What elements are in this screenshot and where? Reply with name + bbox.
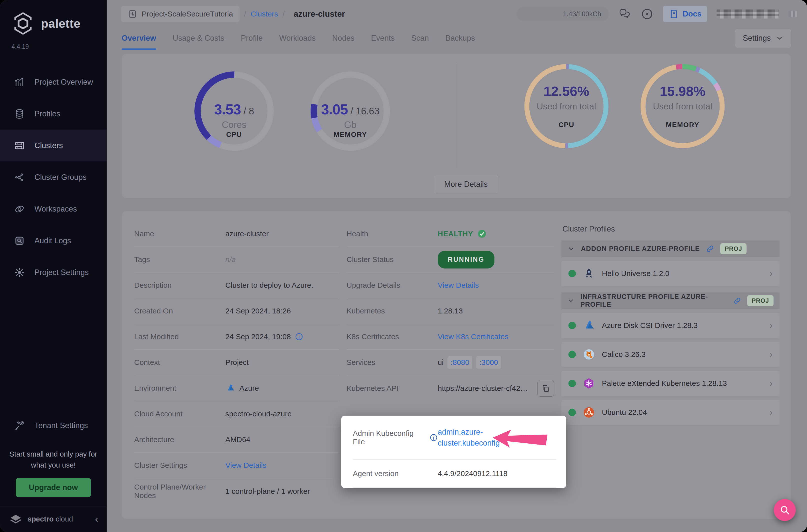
link-icon xyxy=(706,245,714,253)
cluster-status-badge: RUNNING xyxy=(438,251,494,268)
sidebar-collapse-icon[interactable]: ‹ xyxy=(95,514,98,524)
tab-scan[interactable]: Scan xyxy=(411,24,429,52)
tab-workloads[interactable]: Workloads xyxy=(279,24,316,52)
gauge-label: MEMORY xyxy=(334,131,367,139)
sidebar-item-label: Audit Logs xyxy=(35,236,71,245)
status-dot xyxy=(568,322,576,329)
user-name-redacted[interactable] xyxy=(716,10,779,18)
detail-label: Services xyxy=(346,358,438,367)
user-menu-redacted[interactable] xyxy=(789,11,797,17)
spectro-cloud-logo-icon xyxy=(8,512,23,527)
admin-kubeconfig-label: Admin Kubeconfig File xyxy=(353,429,426,446)
gauge-value: 3.53 / 8 xyxy=(214,101,254,118)
tab-usage-costs[interactable]: Usage & Costs xyxy=(173,24,224,52)
docs-button[interactable]: Docs xyxy=(663,6,707,22)
detail-value: azure-cluster xyxy=(225,230,268,238)
detail-row-upgrade-details: Upgrade DetailsView Details xyxy=(346,272,554,298)
detail-label: Description xyxy=(134,281,225,289)
detail-label: Environment xyxy=(134,384,225,392)
profile-layer-ubuntu-22-04[interactable]: Ubuntu 22.04 › xyxy=(561,400,780,425)
upgrade-details-link[interactable]: View Details xyxy=(438,281,479,289)
top-bar: Project-ScaleSecureTutoria / Clusters / … xyxy=(107,0,807,24)
sidebar-item-project-settings[interactable]: Project Settings xyxy=(0,256,107,288)
settings-label: Settings xyxy=(743,34,771,43)
sidebar-item-project-overview[interactable]: Project Overview xyxy=(0,66,107,98)
upgrade-now-button[interactable]: Upgrade now xyxy=(16,478,91,497)
info-icon[interactable] xyxy=(295,332,303,341)
profile-section-addon-profile-azure-profile[interactable]: ADDON PROFILE AZURE-PROFILEPROJ xyxy=(561,241,780,257)
sidebar-item-label: Workspaces xyxy=(35,205,77,213)
more-details-button[interactable]: More Details xyxy=(434,176,498,193)
donut-label: CPU xyxy=(558,121,575,129)
sidebar-item-clusters[interactable]: Clusters xyxy=(0,130,107,162)
sidebar-item-label: Clusters xyxy=(35,141,63,150)
profile-section-infrastructure-profile-azure-profile[interactable]: INFRASTRUCTURE PROFILE AZURE-PROFILEPROJ xyxy=(561,292,780,309)
sidebar-item-tenant-settings[interactable]: Tenant Settings xyxy=(0,410,107,441)
profile-layer-hello-universe-1-2-0[interactable]: Hello Universe 1.2.0 › xyxy=(561,261,780,286)
donut-percent: 15.98% xyxy=(660,83,705,99)
k8s-certificates-link[interactable]: View K8s Certificates xyxy=(438,332,508,341)
spotlight-search-fab[interactable] xyxy=(774,499,796,521)
scope-badge: PROJ xyxy=(747,295,773,306)
service-port-link[interactable]: :3000 xyxy=(476,356,501,369)
link-icon xyxy=(733,297,741,305)
cluster-tabs: OverviewUsage & CostsProfileWorkloadsNod… xyxy=(122,24,475,52)
sidebar-item-profiles[interactable]: Profiles xyxy=(0,98,107,130)
tab-backups[interactable]: Backups xyxy=(445,24,475,52)
highlight-arrow-icon xyxy=(491,427,549,451)
tab-profile[interactable]: Profile xyxy=(241,24,263,52)
hello-universe-icon xyxy=(582,267,595,280)
chevron-right-icon: › xyxy=(770,349,772,360)
brand-name: palette xyxy=(41,17,80,31)
tab-nodes[interactable]: Nodes xyxy=(332,24,355,52)
detail-value: Cluster to deploy to Azure. xyxy=(225,281,313,289)
chevron-right-icon: › xyxy=(770,407,772,418)
detail-row-context: ContextProject xyxy=(134,350,339,375)
status-dot xyxy=(568,408,576,416)
breadcrumb-clusters-link[interactable]: Clusters xyxy=(250,10,278,18)
sidebar-item-audit-logs[interactable]: Audit Logs xyxy=(0,225,107,256)
agent-version-value: 4.4.9/20240912.1118 xyxy=(438,469,507,478)
info-icon[interactable] xyxy=(430,433,438,442)
gauge-label: CPU xyxy=(226,131,242,139)
network-icon xyxy=(14,172,25,183)
sidebar-item-cluster-groups[interactable]: Cluster Groups xyxy=(0,162,107,193)
detail-label: Health xyxy=(346,230,438,238)
healthy-check-icon xyxy=(477,229,487,239)
sidebar-item-workspaces[interactable]: Workspaces xyxy=(0,193,107,225)
help-compass-icon[interactable] xyxy=(641,7,654,20)
profile-layer-name: Calico 3.26.3 xyxy=(602,350,645,359)
tab-overview[interactable]: Overview xyxy=(122,24,156,52)
detail-label: Tags xyxy=(134,255,225,264)
detail-row-kubernetes: Kubernetes1.28.13 xyxy=(346,298,554,324)
detail-label: Kubernetes API xyxy=(346,384,438,393)
settings-button[interactable]: Settings xyxy=(735,29,791,48)
project-selector[interactable]: Project-ScaleSecureTutoria xyxy=(121,6,240,22)
health-value: HEALTHY xyxy=(438,229,487,239)
profile-layer-calico-3-26-3[interactable]: Calico 3.26.3 › xyxy=(561,342,780,367)
detail-value: 24 Sep 2024, 19:08 xyxy=(225,332,303,341)
detail-row-cluster-status: Cluster StatusRUNNING xyxy=(346,247,554,272)
admin-kubeconfig-spotlight: Admin Kubeconfig File admin.azure-cluste… xyxy=(341,416,566,488)
profile-layer-palette-extended-kubernetes-1-28-13[interactable]: Palette eXtended Kubernetes 1.28.13 › xyxy=(561,371,780,396)
kubernetes-api-url: https://azure-cluster-cf42… xyxy=(438,384,528,393)
gear-icon xyxy=(14,267,25,278)
profile-layer-azure-disk-csi-driver-1-28-3[interactable]: Azure Disk CSI Driver 1.28.3 › xyxy=(561,313,780,338)
pxk-icon xyxy=(582,377,595,390)
cluster-profiles-panel: Cluster Profiles ADDON PROFILE AZURE-PRO… xyxy=(561,221,780,509)
chat-icon[interactable] xyxy=(618,7,631,20)
copy-icon xyxy=(541,384,550,393)
detail-row-environment: EnvironmentAzure xyxy=(134,375,339,401)
cpu-gauge: 3.53 / 8 Cores CPU xyxy=(184,69,284,154)
tab-events[interactable]: Events xyxy=(371,24,395,52)
donut-caption: Used from total xyxy=(653,101,712,111)
cluster-settings-link[interactable]: View Details xyxy=(225,461,267,470)
copy-button[interactable] xyxy=(538,380,554,397)
footer-brand: spectro cloud xyxy=(27,515,73,523)
detail-value: 1 control-plane / 1 worker xyxy=(225,487,310,496)
breadcrumb-separator: / xyxy=(244,10,246,18)
service-port-link[interactable]: :8080 xyxy=(448,356,472,369)
calico-icon xyxy=(582,348,595,361)
cluster-profiles-list: ADDON PROFILE AZURE-PROFILEPROJ Hello Un… xyxy=(561,241,780,425)
detail-value: n/a xyxy=(225,255,236,264)
